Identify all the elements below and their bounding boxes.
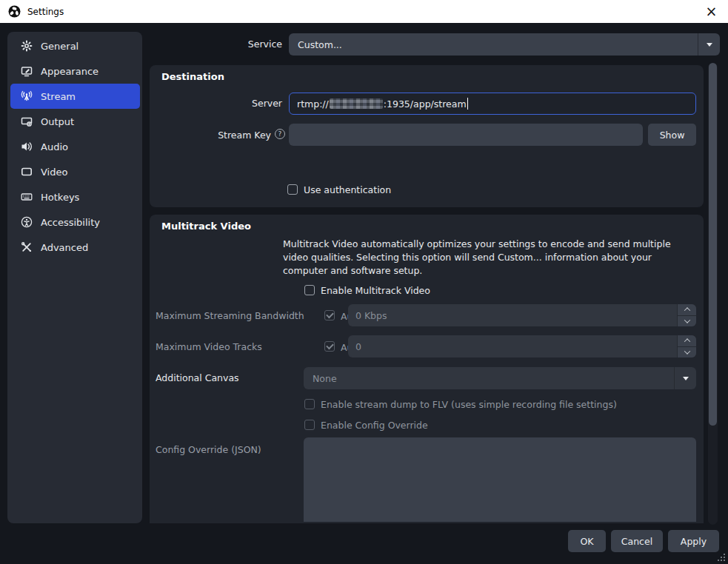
config-override-json-textarea [304,437,696,522]
sidebar-item-advanced[interactable]: Advanced [10,235,140,260]
window-title: Settings [27,7,64,17]
max-bandwidth-auto-checkbox [324,310,335,320]
chevron-down-icon [698,33,720,56]
spin-up-icon [678,304,696,316]
use-authentication-label: Use authentication [304,184,391,195]
sidebar-item-label: Stream [41,91,76,102]
show-button[interactable]: Show [648,124,696,146]
service-dropdown[interactable]: Custom... [289,33,720,56]
apply-button[interactable]: Apply [668,530,719,552]
use-authentication-checkbox[interactable] [287,184,298,195]
settings-window: Settings × General [0,0,728,564]
sidebar-item-label: Accessibility [41,217,100,228]
sidebar-item-label: Video [41,167,67,178]
sidebar-item-accessibility[interactable]: Accessibility [10,209,140,235]
sidebar-item-output[interactable]: Output [10,109,140,134]
sidebar-item-stream[interactable]: Stream [10,84,140,109]
server-value-prefix: rtmp:// [297,98,329,110]
enable-multitrack-label: Enable Multitrack Video [321,285,430,296]
titlebar: Settings × [0,0,728,23]
stream-key-input[interactable] [289,124,643,146]
sidebar-item-audio[interactable]: Audio [10,134,140,159]
scrollbar-thumb[interactable] [709,63,717,426]
sidebar-item-label: General [41,41,79,52]
chevron-down-icon [674,367,696,389]
sidebar-item-label: Appearance [41,66,98,77]
cancel-button[interactable]: Cancel [611,530,663,552]
speaker-icon [20,141,33,153]
spin-down-icon [678,316,696,327]
sidebar-item-hotkeys[interactable]: Hotkeys [10,184,140,209]
config-override-checkbox [304,420,315,430]
max-tracks-spinbox: 0 [348,335,696,357]
spin-up-icon [678,335,696,347]
stream-key-label: Stream Key [218,130,271,141]
service-label: Service [248,38,282,50]
tools-icon [20,241,33,254]
config-override-enable-label: Enable Config Override [321,420,428,431]
server-input[interactable]: rtmp://:1935/app/stream [289,93,696,115]
appearance-icon [20,65,33,78]
max-tracks-label: Maximum Video Tracks [156,341,262,352]
max-tracks-auto-checkbox [324,341,335,352]
gear-icon [20,40,33,53]
output-icon [20,115,33,128]
keyboard-icon [20,191,33,204]
help-icon[interactable]: ? [275,129,285,139]
settings-sidebar: General Appearance [7,32,142,523]
multitrack-description: Multitrack Video automatically optimizes… [283,238,680,278]
enable-multitrack-checkbox[interactable] [304,285,315,295]
sidebar-item-label: Output [41,116,74,127]
multitrack-header: Multitrack Video [161,221,251,232]
close-icon[interactable]: × [695,0,728,23]
resize-grip[interactable] [718,554,725,561]
text-caret [467,98,468,110]
destination-header: Destination [161,71,224,82]
broadcast-icon [20,90,33,103]
sidebar-item-appearance[interactable]: Appearance [10,58,140,84]
flv-dump-checkbox [304,399,315,409]
server-label: Server [252,98,282,109]
service-value: Custom... [289,39,698,50]
accessibility-icon [20,216,33,229]
sidebar-item-video[interactable]: Video [10,159,140,184]
redacted-ip [330,98,383,109]
sidebar-item-label: Audio [41,141,68,152]
server-value-suffix: :1935/app/stream [384,98,467,110]
sidebar-item-general[interactable]: General [10,33,140,58]
spin-down-icon [678,347,696,358]
additional-canvas-dropdown: None [304,367,696,389]
config-override-json-label: Config Override (JSON) [156,444,261,455]
sidebar-item-label: Hotkeys [41,192,79,203]
max-bandwidth-spinbox: 0 Kbps [348,304,696,326]
sidebar-item-label: Advanced [41,242,88,253]
additional-canvas-label: Additional Canvas [156,372,239,383]
max-bandwidth-label: Maximum Streaming Bandwidth [156,310,304,321]
obs-logo-icon [8,5,21,18]
ok-button[interactable]: OK [568,530,606,552]
monitor-icon [20,166,33,178]
flv-dump-label: Enable stream dump to FLV (uses simple r… [321,399,617,410]
